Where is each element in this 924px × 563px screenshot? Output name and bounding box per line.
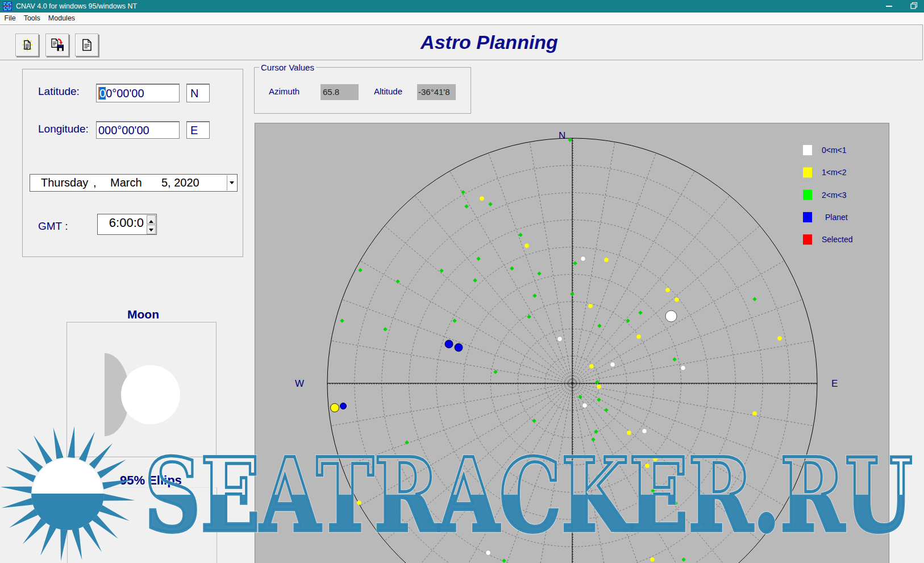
star-green bbox=[510, 266, 514, 270]
star-green bbox=[752, 297, 756, 301]
legend-swatch bbox=[803, 190, 812, 200]
altitude-label: Altitude bbox=[374, 86, 402, 96]
minimize-icon bbox=[886, 6, 892, 7]
save-report-button[interactable] bbox=[45, 34, 69, 56]
star-green bbox=[672, 357, 676, 361]
azimuth-spoke bbox=[450, 171, 573, 383]
star-white bbox=[582, 403, 588, 408]
star-green bbox=[597, 324, 601, 328]
star-big-white bbox=[665, 311, 677, 322]
legend-label: Selected bbox=[822, 235, 852, 244]
altitude-value: -36°41'8 bbox=[417, 84, 456, 100]
star-green bbox=[604, 408, 608, 412]
star-green bbox=[461, 190, 465, 194]
star-green bbox=[383, 327, 387, 331]
star-green bbox=[493, 370, 497, 374]
star-white bbox=[681, 366, 686, 371]
date-dropdown-button[interactable] bbox=[227, 175, 236, 191]
star-green bbox=[532, 293, 536, 297]
date-combobox[interactable]: Thursday , March 5, 2020 bbox=[30, 174, 238, 192]
legend-label: 1<m<2 bbox=[822, 168, 847, 177]
menu-file[interactable]: File bbox=[1, 13, 19, 24]
restore-button[interactable] bbox=[903, 0, 924, 13]
cursor-values-label: Cursor Values bbox=[259, 63, 316, 72]
star-green bbox=[701, 522, 705, 526]
azimuth-spoke bbox=[572, 261, 784, 384]
page-title: Astro Planning bbox=[255, 31, 724, 53]
sky-chart[interactable]: NWE0<m<11<m<22<m<3PlanetSelected bbox=[255, 123, 889, 563]
restore-icon bbox=[903, 0, 924, 13]
toolbar: Astro Planning bbox=[0, 24, 923, 60]
gmt-spin-down-button[interactable] bbox=[147, 225, 156, 234]
star-yellow bbox=[480, 196, 484, 201]
star-yellow bbox=[589, 364, 594, 369]
moon-label: Moon bbox=[127, 308, 159, 321]
legend-label: 0<m<1 bbox=[822, 146, 847, 155]
star-green bbox=[488, 202, 492, 206]
planet-blue bbox=[445, 340, 453, 348]
azimuth-spoke bbox=[530, 142, 572, 383]
date-comma: , bbox=[93, 176, 97, 189]
menu-tools[interactable]: Tools bbox=[20, 13, 44, 24]
title-bar: CNAV 4.0 for windows 95/windows NT bbox=[0, 0, 924, 13]
north-label: N bbox=[559, 130, 565, 141]
star-white bbox=[611, 528, 616, 533]
save-report-icon bbox=[51, 38, 64, 52]
star-green bbox=[464, 204, 468, 208]
star-green bbox=[638, 311, 642, 314]
latitude-label: Latitude: bbox=[38, 85, 80, 98]
planet-blue bbox=[455, 343, 463, 351]
star-yellow bbox=[588, 304, 593, 308]
menu-modules[interactable]: Modules bbox=[44, 13, 78, 24]
gmt-label: GMT : bbox=[38, 220, 68, 233]
star-green bbox=[439, 268, 443, 272]
azimuth-spoke bbox=[572, 142, 615, 383]
legend-label: Planet bbox=[825, 213, 848, 222]
star-green bbox=[578, 395, 582, 399]
longitude-label: Longitude: bbox=[38, 123, 89, 135]
star-green bbox=[691, 455, 695, 459]
azimuth-spoke bbox=[489, 383, 572, 563]
star-white bbox=[581, 256, 586, 262]
azimuth-spoke bbox=[572, 383, 656, 563]
view-report-button[interactable] bbox=[75, 34, 98, 56]
lower-box bbox=[67, 487, 217, 563]
star-white bbox=[486, 550, 491, 556]
gmt-spinner[interactable]: 6:00:0 bbox=[97, 214, 157, 235]
star-green bbox=[473, 278, 477, 282]
minimize-button[interactable] bbox=[877, 0, 903, 13]
date-month: March bbox=[110, 176, 142, 189]
star-green bbox=[681, 557, 685, 561]
gmt-spin-up-button[interactable] bbox=[147, 215, 156, 224]
star-yellow bbox=[752, 411, 757, 416]
star-yellow bbox=[665, 288, 670, 292]
star-yellow bbox=[777, 336, 782, 341]
star-green bbox=[340, 318, 344, 322]
latitude-hemisphere-input[interactable]: N bbox=[186, 84, 210, 102]
star-white bbox=[557, 337, 563, 342]
star-green bbox=[427, 521, 431, 525]
gmt-value: 6:00:0 bbox=[109, 216, 144, 230]
star-green bbox=[452, 318, 456, 322]
star-yellow bbox=[636, 334, 641, 339]
view-report-icon bbox=[81, 39, 93, 51]
legend-swatch bbox=[803, 167, 812, 177]
app-icon bbox=[3, 2, 12, 11]
new-report-button[interactable] bbox=[15, 34, 39, 56]
star-green bbox=[597, 398, 601, 401]
new-report-icon bbox=[20, 38, 34, 52]
up-arrow-icon bbox=[149, 218, 153, 223]
longitude-input[interactable]: 000°00'00 bbox=[96, 121, 180, 139]
star-green bbox=[651, 489, 655, 492]
latitude-input[interactable]: 00°00'00 bbox=[96, 84, 180, 102]
star-green bbox=[396, 279, 399, 283]
star-green bbox=[596, 474, 600, 478]
menu-bar: File Tools Modules bbox=[0, 13, 924, 24]
azimuth-spoke bbox=[572, 341, 813, 383]
star-yellow bbox=[645, 463, 650, 468]
longitude-hemisphere-input[interactable]: E bbox=[186, 121, 210, 139]
east-label: E bbox=[831, 378, 838, 389]
star-green bbox=[502, 558, 506, 562]
star-white bbox=[642, 429, 647, 434]
down-arrow-icon bbox=[149, 229, 153, 234]
